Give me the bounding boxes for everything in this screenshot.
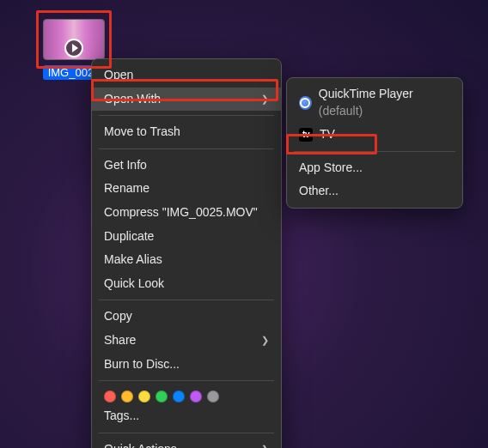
menu-separator	[294, 151, 455, 152]
menu-label: Quick Actions	[104, 441, 177, 448]
menu-separator	[99, 380, 274, 381]
menu-label: Move to Trash	[104, 124, 180, 141]
tag-purple[interactable]	[190, 390, 202, 403]
menu-move-to-trash[interactable]: Move to Trash	[92, 120, 281, 144]
menu-open-with[interactable]: Open With ❯	[92, 88, 281, 112]
submenu-app-store[interactable]: App Store...	[287, 156, 462, 180]
play-icon	[64, 39, 83, 58]
menu-duplicate[interactable]: Duplicate	[92, 225, 281, 249]
menu-get-info[interactable]: Get Info	[92, 154, 281, 178]
menu-label: Share	[104, 332, 136, 349]
tag-gray[interactable]	[207, 390, 219, 403]
menu-label: Rename	[104, 180, 149, 197]
menu-label: Compress "IMG_0025.MOV"	[104, 204, 258, 221]
tag-orange[interactable]	[121, 390, 133, 403]
menu-label: TV	[320, 126, 335, 143]
tag-green[interactable]	[156, 390, 168, 403]
tag-red[interactable]	[104, 390, 116, 403]
menu-label: Get Info	[104, 157, 147, 174]
submenu-tv[interactable]: tv TV	[287, 123, 462, 147]
menu-label: Duplicate	[104, 228, 154, 245]
menu-tags[interactable]: Tags...	[92, 404, 281, 428]
menu-label: App Store...	[299, 160, 363, 177]
menu-label: QuickTime Player (default)	[319, 86, 450, 119]
submenu-other[interactable]: Other...	[287, 179, 462, 203]
tag-yellow[interactable]	[138, 390, 150, 403]
menu-rename[interactable]: Rename	[92, 177, 281, 201]
menu-separator	[99, 300, 274, 300]
menu-label: Tags...	[104, 408, 139, 425]
menu-make-alias[interactable]: Make Alias	[92, 248, 281, 272]
menu-quick-actions[interactable]: Quick Actions ❯	[92, 438, 281, 448]
menu-quick-look[interactable]: Quick Look	[92, 272, 281, 296]
menu-label: Open With	[104, 91, 161, 108]
menu-label: Other...	[299, 183, 339, 200]
menu-burn-to-disc[interactable]: Burn to Disc...	[92, 353, 281, 377]
chevron-right-icon: ❯	[261, 443, 269, 448]
chevron-right-icon: ❯	[261, 334, 269, 347]
menu-share[interactable]: Share ❯	[92, 329, 281, 353]
menu-label: Quick Look	[104, 275, 164, 293]
menu-open[interactable]: Open	[92, 64, 281, 88]
menu-separator	[99, 115, 274, 116]
appletv-icon: tv	[299, 128, 313, 142]
context-menu: Open Open With ❯ Move to Trash Get Info …	[91, 58, 282, 448]
menu-separator	[99, 148, 274, 149]
menu-separator	[99, 433, 274, 433]
submenu-quicktime[interactable]: QuickTime Player (default)	[287, 82, 462, 123]
open-with-submenu: QuickTime Player (default) tv TV App Sto…	[286, 77, 463, 209]
tag-color-row	[92, 385, 281, 404]
menu-label: Copy	[104, 308, 132, 325]
video-thumbnail	[43, 19, 105, 60]
quicktime-icon	[299, 96, 312, 110]
menu-copy[interactable]: Copy	[92, 305, 281, 329]
menu-label: Burn to Disc...	[104, 356, 180, 373]
tag-blue[interactable]	[173, 390, 185, 403]
menu-compress[interactable]: Compress "IMG_0025.MOV"	[92, 201, 281, 225]
chevron-right-icon: ❯	[261, 93, 269, 106]
menu-label: Open	[104, 67, 133, 84]
menu-label: Make Alias	[104, 251, 162, 269]
